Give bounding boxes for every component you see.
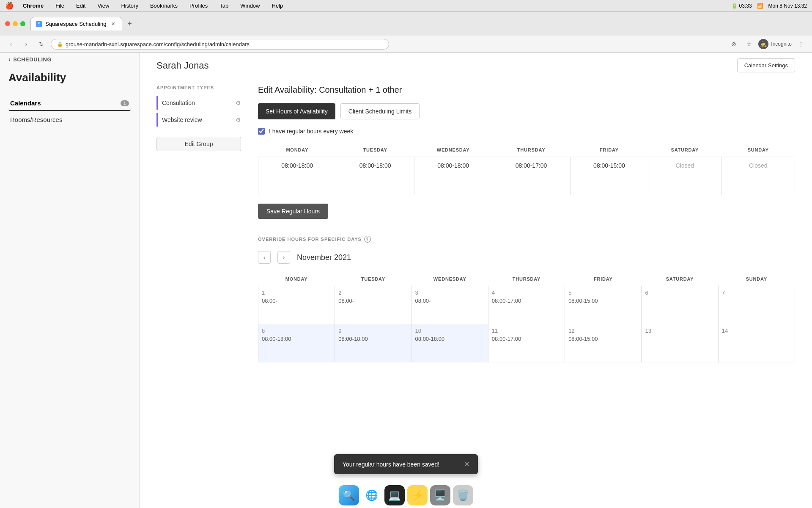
next-month-button[interactable]: › [277, 251, 290, 264]
day-number: 10 [415, 328, 485, 334]
wednesday-hours-cell[interactable]: 08:00-18:00 [414, 157, 492, 195]
cal-col-wednesday: WEDNESDAY [411, 272, 488, 286]
day-hours: 08:00-17:00 [492, 298, 561, 304]
sidebar-title: Availability [8, 71, 131, 84]
reload-button[interactable]: ↻ [36, 38, 47, 50]
dock-trash-icon[interactable]: 🗑️ [453, 485, 473, 505]
day-hours: 08:00-15:00 [568, 298, 638, 304]
cal-day-cell[interactable]: 14 [718, 324, 795, 362]
website-review-gear-icon[interactable]: ⚙ [236, 116, 241, 123]
friday-hours-cell[interactable]: 08:00-15:00 [570, 157, 648, 195]
day-hours: 08:00-15:00 [568, 336, 638, 342]
cal-day-cell[interactable]: 508:00-15:00 [565, 286, 642, 324]
menubar: 🍎 Chrome File Edit View History Bookmark… [0, 0, 812, 12]
cal-day-cell[interactable]: 1208:00-15:00 [565, 324, 642, 362]
main-content: Sarah Jonas Calendar Settings APPOINTMEN… [140, 46, 812, 508]
dock-screen-icon[interactable]: 🖥️ [430, 485, 450, 505]
cal-day-cell[interactable]: 1008:00-18:00 [411, 324, 488, 362]
close-window-button[interactable] [5, 21, 10, 26]
tab-close-button[interactable]: ✕ [110, 21, 117, 28]
toast-close-button[interactable]: ✕ [464, 460, 469, 468]
apple-menu-icon[interactable]: 🍎 [5, 2, 14, 10]
lock-icon: 🔒 [57, 41, 63, 47]
day-number: 6 [645, 290, 714, 296]
traffic-lights [5, 21, 25, 26]
sidebar-item-rooms[interactable]: Rooms/Resources [8, 113, 131, 127]
cal-day-cell[interactable]: 7 [718, 286, 795, 324]
cal-day-cell[interactable]: 108:00- [258, 286, 335, 324]
day-number: 7 [722, 290, 791, 296]
bookmark-star-icon[interactable]: ☆ [743, 38, 755, 50]
saturday-hours-cell[interactable]: Closed [648, 157, 721, 195]
cal-day-cell[interactable]: 6 [642, 286, 718, 324]
sidebar-back-button[interactable]: ‹ SCHEDULING [8, 56, 131, 63]
cal-day-cell[interactable]: 1108:00-17:00 [488, 324, 565, 362]
back-button[interactable]: ‹ [5, 38, 17, 50]
menubar-view[interactable]: View [95, 2, 112, 10]
col-saturday: SATURDAY [648, 143, 721, 157]
set-hours-button[interactable]: Set Hours of Availability [258, 103, 335, 119]
browser-menu-button[interactable]: ⋮ [795, 38, 807, 50]
sunday-hours-cell[interactable]: Closed [721, 157, 795, 195]
sidebar-item-calendars[interactable]: Calendars 1 [8, 96, 131, 111]
toast-notification: Your regular hours have been saved! ✕ [334, 454, 478, 474]
cal-day-cell[interactable]: 408:00-17:00 [488, 286, 565, 324]
appt-type-consultation[interactable]: Consultation ⚙ [156, 96, 241, 110]
url-bar[interactable]: 🔒 grouse-mandarin-sxnl.squarespace.com/c… [51, 39, 389, 50]
back-arrow-icon: ‹ [8, 56, 11, 63]
dock-chrome-icon[interactable]: 🌐 [362, 485, 382, 505]
browser-tab[interactable]: S Squarespace Scheduling ✕ [30, 17, 122, 30]
menubar-profiles[interactable]: Profiles [187, 2, 210, 10]
menubar-edit[interactable]: Edit [74, 2, 88, 10]
regular-hours-checkbox[interactable] [258, 128, 265, 135]
new-tab-button[interactable]: + [124, 18, 136, 30]
minimize-window-button[interactable] [13, 21, 18, 26]
edit-availability-title: Edit Availability: Consultation + 1 othe… [258, 85, 795, 95]
tuesday-hours-cell[interactable]: 08:00-18:00 [336, 157, 414, 195]
sidebar-calendars-badge: 1 [121, 100, 129, 106]
month-nav: ‹ › November 2021 [258, 251, 795, 264]
client-scheduling-limits-button[interactable]: Client Scheduling Limits [340, 103, 420, 119]
maximize-window-button[interactable] [20, 21, 25, 26]
forward-button[interactable]: › [20, 38, 32, 50]
dock-notes-icon[interactable]: ⚡ [407, 485, 428, 505]
cal-day-cell[interactable]: 808:00-18:00 [258, 324, 335, 362]
cal-day-cell[interactable]: 908:00-18:00 [335, 324, 411, 362]
appointment-types-label: APPOINTMENT TYPES [156, 85, 241, 90]
dock-terminal-icon[interactable]: 💻 [384, 485, 405, 505]
menubar-window[interactable]: Window [238, 2, 262, 10]
cal-day-cell[interactable]: 13 [642, 324, 718, 362]
day-hours: 08:00-17:00 [492, 336, 561, 342]
cal-day-cell[interactable]: 208:00- [335, 286, 411, 324]
day-hours: 08:00-18:00 [415, 336, 485, 342]
menubar-tab[interactable]: Tab [217, 2, 231, 10]
browser-top: S Squarespace Scheduling ✕ + [0, 12, 812, 36]
menubar-history[interactable]: History [118, 2, 140, 10]
help-icon[interactable]: ? [364, 236, 371, 243]
day-number: 2 [338, 290, 408, 296]
day-hours: 08:00- [415, 298, 485, 304]
tab-bar: S Squarespace Scheduling ✕ + [30, 15, 807, 32]
appt-type-website-review[interactable]: Website review ⚙ [156, 113, 241, 127]
edit-group-button[interactable]: Edit Group [156, 137, 241, 151]
consultation-gear-icon[interactable]: ⚙ [236, 99, 241, 106]
clock: Mon 8 Nov 13:32 [768, 3, 807, 9]
menubar-chrome[interactable]: Chrome [20, 2, 46, 10]
dock-finder-icon[interactable]: 🔍 [339, 485, 359, 505]
menubar-file[interactable]: File [53, 2, 67, 10]
cal-day-cell[interactable]: 308:00- [411, 286, 488, 324]
save-regular-hours-button[interactable]: Save Regular Hours [258, 204, 328, 219]
thursday-hours-cell[interactable]: 08:00-17:00 [492, 157, 570, 195]
browser-chrome: S Squarespace Scheduling ✕ + ‹ › ↻ 🔒 gro… [0, 12, 812, 53]
monday-hours-cell[interactable]: 08:00-18:00 [258, 157, 336, 195]
day-number: 13 [645, 328, 714, 334]
calendar-settings-button[interactable]: Calendar Settings [737, 58, 795, 72]
day-number: 4 [492, 290, 561, 296]
sidebar-item-rooms-label: Rooms/Resources [10, 116, 62, 123]
incognito-indicator[interactable]: 🕵 Incognito [758, 39, 792, 49]
day-hours: 08:00- [338, 298, 408, 304]
prev-month-button[interactable]: ‹ [258, 251, 271, 264]
extension-icon[interactable]: ⊘ [728, 38, 740, 50]
menubar-bookmarks[interactable]: Bookmarks [148, 2, 180, 10]
menubar-help[interactable]: Help [269, 2, 286, 10]
